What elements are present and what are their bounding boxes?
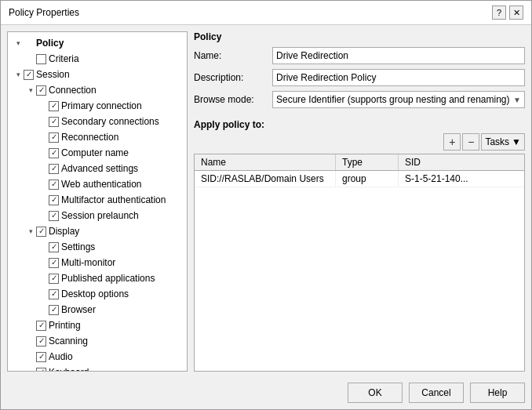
tree-item-display[interactable]: ▾Display [9,223,185,239]
tree-checkbox[interactable] [49,211,59,221]
main-content: ▾PolicyCriteria▾Session▾ConnectionPrimar… [1,25,531,378]
tree-item-settings[interactable]: Settings [9,239,185,255]
tree-label: Primary connection [61,99,142,113]
name-label: Name: [194,50,272,61]
close-title-button[interactable]: ✕ [509,5,523,20]
expand-icon[interactable]: ▾ [25,226,36,237]
tree-item-primary-connection[interactable]: Primary connection [9,98,185,114]
tree-checkbox[interactable] [49,305,59,315]
help-title-button[interactable]: ? [492,5,506,20]
policy-tree: ▾PolicyCriteria▾Session▾ConnectionPrimar… [8,32,187,372]
tree-item-desktop-options[interactable]: Desktop options [9,286,185,302]
tree-panel: ▾PolicyCriteria▾Session▾ConnectionPrimar… [7,31,188,372]
tree-checkbox[interactable] [49,164,59,174]
tree-checkbox[interactable] [49,180,59,190]
tree-checkbox[interactable] [36,336,46,347]
tree-label: Scanning [49,334,88,348]
apply-title: Apply policy to: [194,119,525,130]
tree-item-web-authentication[interactable]: Web authentication [9,176,185,192]
tasks-label: Tasks [485,136,509,147]
tree-checkbox[interactable] [36,352,46,362]
col-sid: SID [399,154,524,170]
tree-item-advanced-settings[interactable]: Advanced settings [9,161,185,176]
tree-item-policy[interactable]: ▾Policy [9,35,185,51]
tree-label: Policy [36,36,64,50]
expand-icon[interactable]: ▾ [13,69,24,80]
tree-label: Web authentication [61,177,142,191]
col-type: Type [336,154,399,170]
tree-checkbox[interactable] [36,368,46,372]
ok-button[interactable]: OK [348,383,403,403]
table-row[interactable]: SID://RASLAB/Domain UsersgroupS-1-5-21-1… [195,171,524,187]
policy-section: Policy Name: Description: Browse mode: S… [194,31,525,113]
tree-item-secondary-connections[interactable]: Secondary connections [9,114,185,129]
policy-section-title: Policy [194,31,525,42]
tree-label: Connection [49,83,97,97]
tree-checkbox[interactable] [24,70,34,80]
name-input[interactable] [272,47,525,64]
title-bar-buttons: ? ✕ [492,5,523,20]
dialog: Policy Properties ? ✕ ▾PolicyCriteria▾Se… [0,0,532,410]
help-button[interactable]: Help [470,383,525,403]
tree-checkbox[interactable] [49,289,59,299]
tree-item-audio[interactable]: Audio [9,349,185,365]
browse-mode-row: Browse mode: Secure Identifier (supports… [194,91,525,108]
expand-icon[interactable]: ▾ [13,38,24,49]
tree-item-connection[interactable]: ▾Connection [9,82,185,98]
tree-checkbox[interactable] [49,148,59,158]
tree-checkbox[interactable] [36,321,46,331]
title-bar: Policy Properties ? ✕ [1,1,531,25]
tree-checkbox[interactable] [49,195,59,205]
tree-item-reconnection[interactable]: Reconnection [9,129,185,145]
tree-item-browser[interactable]: Browser [9,302,185,317]
tree-label: Multifactor authentication [61,193,166,207]
tree-label: Computer name [61,146,129,160]
tree-checkbox[interactable] [49,274,59,284]
browse-mode-select[interactable]: Secure Identifier (supports group nestin… [272,91,525,108]
apply-section: Apply policy to: + − Tasks ▼ Name Type S… [194,119,525,372]
tree-item-session-prelaunch[interactable]: Session prelaunch [9,208,185,223]
tasks-arrow-icon: ▼ [512,136,521,147]
tree-item-computer-name[interactable]: Computer name [9,145,185,161]
tree-item-keyboard[interactable]: Keyboard [9,365,185,372]
tree-label: Session [36,67,70,82]
description-input[interactable] [272,69,525,86]
apply-toolbar: + − Tasks ▼ [194,133,525,151]
add-entry-button[interactable]: + [443,133,461,151]
tree-checkbox[interactable] [49,101,59,111]
tree-checkbox[interactable] [36,54,46,64]
tree-checkbox[interactable] [36,85,46,96]
tree-checkbox[interactable] [49,117,59,127]
td-type: group [336,171,399,187]
tree-item-multifactor-authentication[interactable]: Multifactor authentication [9,192,185,208]
tree-item-scanning[interactable]: Scanning [9,333,185,349]
cancel-button[interactable]: Cancel [409,383,464,403]
tree-item-multi-monitor[interactable]: Multi-monitor [9,255,185,270]
tree-checkbox[interactable] [49,258,59,268]
right-panel: Policy Name: Description: Browse mode: S… [194,31,525,372]
tree-checkbox[interactable] [49,242,59,252]
tree-label: Secondary connections [61,114,159,129]
tree-item-session[interactable]: ▾Session [9,67,185,82]
tree-label: Browser [61,303,96,317]
description-label: Description: [194,72,272,83]
tree-label: Multi-monitor [61,256,115,270]
tree-item-published-applications[interactable]: Published applications [9,270,185,286]
tree-label: Keyboard [49,365,89,372]
table-header: Name Type SID [195,154,524,171]
tree-label: Display [49,224,79,238]
tree-label: Settings [61,240,95,254]
expand-icon[interactable]: ▾ [25,85,36,96]
description-row: Description: [194,69,525,86]
tasks-button[interactable]: Tasks ▼ [481,133,525,151]
tree-label: Criteria [49,52,79,66]
name-row: Name: [194,47,525,64]
tree-label: Printing [49,318,81,332]
tree-checkbox[interactable] [49,132,59,143]
remove-entry-button[interactable]: − [462,133,479,151]
tree-item-printing[interactable]: Printing [9,317,185,333]
tree-label: Audio [49,350,73,364]
browse-mode-arrow: ▼ [513,96,521,104]
tree-item-criteria[interactable]: Criteria [9,51,185,67]
tree-checkbox[interactable] [36,227,46,237]
